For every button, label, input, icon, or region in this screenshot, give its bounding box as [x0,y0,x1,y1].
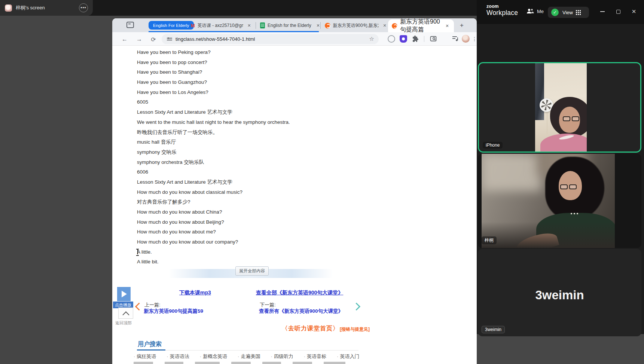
user-search-links: 疯狂英语英语语法新概念英语走遍美国四级听力英语音标英语入门 [134,353,359,360]
content-line: Have you been to pop concert? [137,58,290,68]
browser-tab-strip: English For Elderly M 英语课 - axz25710@gm … [112,18,477,32]
participant-name-label: 梓桐 [482,236,497,244]
tab-search-icon[interactable] [126,22,134,28]
zoom-title-bar: zoom Workplace Me ✓ View [477,0,644,24]
reload-icon[interactable]: ⟳ [149,35,158,44]
tab-divider [320,22,321,29]
partial-link-row [134,362,345,364]
tab-group-label[interactable]: English For Elderly [149,21,194,30]
shared-screen-region: 梓桐's screen ••• English For Elderly M 英语… [0,0,477,364]
zitong-video-feed [482,154,615,248]
lesson-text-block: Have you been to Peking opera?Have you b… [137,48,290,267]
meeting-participants-button[interactable]: Me [526,8,544,14]
close-button[interactable]: ✕ [626,6,642,17]
security-shield-icon[interactable]: ✓ [551,9,559,16]
tingclass-favicon [392,23,397,29]
previous-article-link[interactable]: 新东方英语900句提高篇59 [144,308,203,315]
search-link[interactable]: 新概念英语 [200,353,227,360]
user-search-title: 用户搜索 [138,340,162,348]
tab-close-icon[interactable]: ✕ [444,23,450,29]
address-bar[interactable]: tingclass.net/show-5544-7040-1.html ☆ [162,34,379,44]
media-controls-icon[interactable] [452,36,459,42]
toolbar-separator [424,36,424,42]
content-line: A little. [137,247,290,257]
site-info-icon[interactable] [167,37,172,41]
zoom-window: zoom Workplace Me ✓ View [477,0,644,364]
extensions-puzzle-icon[interactable] [412,36,419,42]
chevron-up-icon[interactable] [118,308,133,319]
zoom-window-lower-area [477,334,644,364]
content-line: symphony 交响乐 [137,147,290,157]
tab-gmail[interactable]: M 英语课 - axz25710@gm ✕ [191,20,254,31]
content-line: How much do you know about Beijing? [137,217,290,227]
content-line: How much do you know about China? [137,207,290,217]
search-link[interactable]: 英语入门 [337,353,359,360]
back-to-top-label: 返回顶部 [113,320,134,326]
browser-window: English For Elderly M 英语课 - axz25710@gm … [112,18,477,364]
gmail-icon: M [191,23,195,28]
maximize-button[interactable] [610,6,626,17]
tab-close-icon[interactable]: ✕ [246,22,252,28]
content-line: Have you been to Los Angeles? [137,88,290,98]
content-line: symphony orchestra 交响乐队 [137,157,290,168]
new-tab-button[interactable]: + [457,21,466,30]
content-line: 昨晚我们去音乐厅听了一场交响乐。 [137,128,290,138]
back-icon[interactable]: ← [120,35,129,44]
more-options-icon[interactable]: ••• [79,3,88,12]
webpage-content: Have you been to Peking opera?Have you b… [112,46,477,364]
url-text[interactable]: tingclass.net/show-5544-7040-1.html [176,36,255,42]
tab-divider [256,22,256,29]
next-label: 下一篇: [260,302,276,308]
floating-play-widget[interactable]: 点击播放 [113,287,133,308]
bookmark-star-icon[interactable]: ☆ [369,36,374,42]
view-button[interactable]: View [562,10,573,15]
video-tile-zitong[interactable]: 梓桐 [478,154,641,248]
search-link[interactable]: 英语语法 [167,353,189,360]
minimize-icon [600,11,605,12]
content-line: A little bit. [137,257,290,267]
search-side-panel-icon[interactable] [430,36,437,42]
next-article-link[interactable]: 查看所有《新东方英语900句大课堂》 [259,308,343,315]
content-line: 对古典音乐你了解多少? [137,197,290,207]
share-source-avatar-icon [5,4,12,12]
back-to-top-widget[interactable]: 返回顶部 [113,308,133,326]
feedback-link[interactable]: [报错与提意见] [340,326,370,333]
content-line: Have you been to Guangzhou? [137,77,290,88]
previous-chevron-icon[interactable] [135,303,143,311]
video-tile-iphone[interactable]: iPhone [478,62,641,153]
search-link[interactable]: 四级听力 [271,353,293,360]
tab-tingclass-list[interactable]: 新东方英语900句,新东方 ✕ [325,20,388,31]
play-icon[interactable] [117,287,131,301]
content-line: 6005 [137,97,290,107]
download-mp3-link[interactable]: 下载本课mp3 [179,290,211,296]
maximize-icon [616,10,620,14]
tab-sheets[interactable]: English for the Elderly ✕ [260,20,322,31]
content-line: Have you been to Shanghai? [137,67,290,77]
minimize-button[interactable] [595,6,610,17]
browser-menu-icon[interactable]: ⋮ [471,35,477,43]
grid-view-icon [576,10,581,15]
search-link[interactable]: 走遍美国 [238,353,260,360]
tab-close-icon[interactable]: ✕ [382,22,388,28]
next-chevron-icon[interactable] [352,303,360,311]
search-link[interactable]: 英语音标 [304,353,326,360]
content-line: We went to the music hall last night to … [137,117,290,128]
expand-all-button[interactable]: 展开全部内容 [235,266,269,276]
extension-circle-icon[interactable] [388,35,395,43]
view-all-link[interactable]: 查看全部《新东方英语900句大课堂》 [256,290,343,296]
search-link[interactable]: 疯狂英语 [134,353,156,360]
participant-name-label: 3weimin [482,326,505,333]
content-line: Lesson Sixty Art and Literature 艺术与文学 [137,107,290,117]
site-home-link[interactable]: 〈去听力课堂首页〉 [282,325,339,333]
profile-avatar[interactable] [462,35,470,43]
video-tile-3weimin[interactable]: 3weimin 3weimin [478,249,641,336]
browser-toolbar: ← → ⟳ tingclass.net/show-5544-7040-1.htm… [112,32,477,46]
content-line: music hall 音乐厅 [137,137,290,147]
content-line: How much do you know about me? [137,227,290,237]
view-control[interactable]: ✓ View [548,7,589,18]
forward-icon[interactable]: → [135,35,144,44]
participant-display-name: 3weimin [535,288,584,302]
extension-shield-icon[interactable] [400,35,407,43]
people-icon [526,8,534,14]
tab-tingclass-active[interactable]: 新东方英语900句提高篇 ✕ [388,19,454,32]
